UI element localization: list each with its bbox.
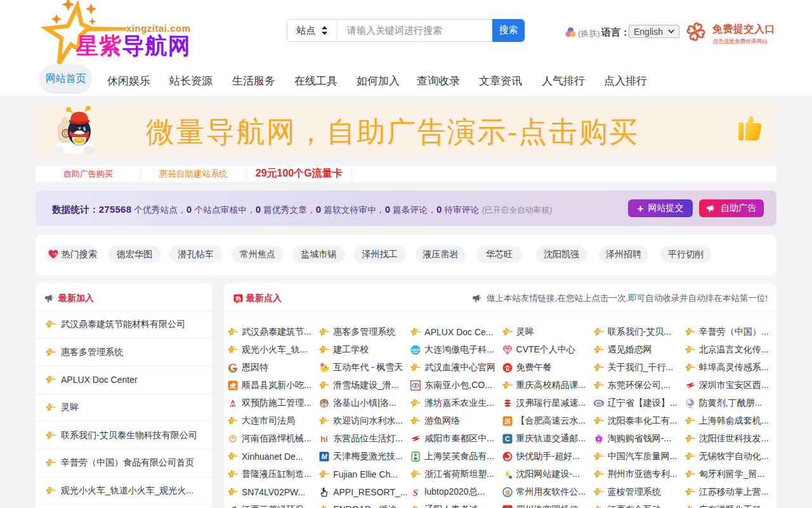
svg-text:选: 选: [504, 490, 510, 496]
svg-text:S: S: [413, 488, 418, 498]
svg-text:L-BER: L-BER: [594, 402, 603, 405]
svg-text:hi: hi: [320, 434, 328, 444]
svg-text:sinar: sinar: [688, 406, 693, 408]
svg-text:19: 19: [53, 252, 57, 256]
svg-text:热: 热: [235, 295, 241, 302]
svg-text:HAO: HAO: [412, 348, 420, 352]
svg-text:房: 房: [504, 418, 511, 425]
svg-text:M: M: [322, 453, 328, 460]
svg-text:虎: 虎: [229, 382, 236, 389]
svg-text:C: C: [505, 435, 510, 443]
svg-text:ENIIIE: ENIIIE: [230, 370, 235, 372]
